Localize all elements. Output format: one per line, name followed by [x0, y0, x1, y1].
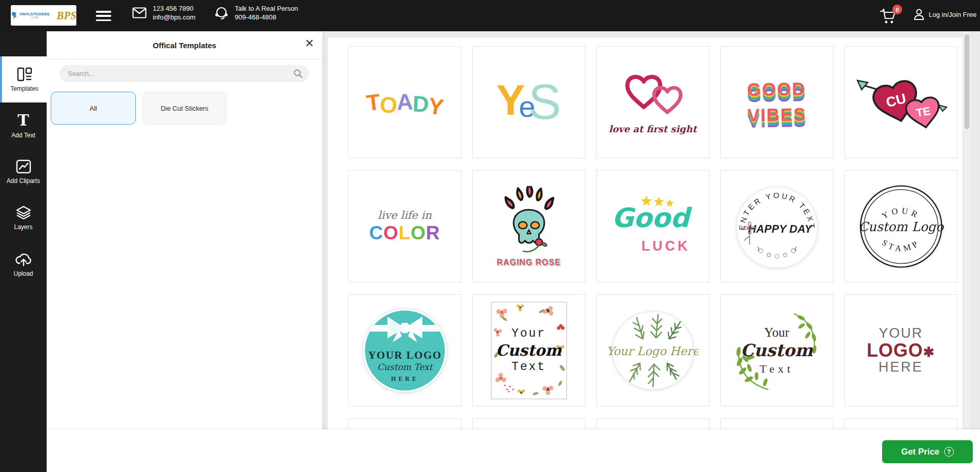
template-card-yes[interactable]: YeS	[472, 46, 585, 158]
filter-tab-all[interactable]: All	[51, 92, 136, 125]
menu-hamburger-icon[interactable]	[96, 11, 111, 21]
cart-button[interactable]: 0	[880, 8, 900, 26]
help-question-icon[interactable]: ?	[944, 447, 954, 457]
template-card-your-logo-ferns[interactable]: Your Logo Here	[596, 294, 709, 406]
love-caption: love at first sight	[609, 124, 697, 134]
bottom-bar: Get Price ?	[47, 429, 980, 472]
login-label: Log in/Join Free	[929, 11, 976, 18]
template-card-partial[interactable]	[348, 418, 461, 429]
template-card-good-vibes[interactable]: GOOD VIBES	[720, 46, 833, 158]
template-card-your-logo-here[interactable]: YOUR LOGO✱ HERE	[844, 294, 957, 406]
cart-count-badge: 0	[892, 5, 902, 14]
vinylstickers-logo: VINYLSTICKERS .COM	[11, 11, 50, 19]
brand-name: VINYLSTICKERS	[19, 12, 50, 16]
support-label: Talk to A Real Person	[235, 5, 298, 12]
good-vibes-art: GOOD VIBES	[747, 79, 807, 125]
svg-text:Custom Logo: Custom Logo	[859, 219, 945, 234]
tool-sidebar: Templates T Add Text Add Cliparts Layers…	[0, 31, 47, 472]
email-contact[interactable]: 123 456 7890 info@bps.com	[132, 5, 195, 21]
raging-rose-caption: RAGING ROSE	[497, 258, 561, 267]
filter-tab-label: All	[90, 105, 97, 112]
sidebar-label: Layers	[14, 223, 32, 231]
template-card-good-luck[interactable]: ★★★ Good LUCK	[596, 170, 709, 282]
your-logo-here-art: YOUR LOGO✱ HERE	[867, 326, 935, 374]
template-card-cute[interactable]: CU TE	[844, 46, 957, 158]
headset-icon	[214, 6, 229, 20]
search-icon[interactable]	[294, 69, 302, 78]
template-card-partial[interactable]	[596, 418, 709, 429]
template-card-laurel-custom-text[interactable]: Your Custom Text	[720, 294, 833, 406]
header-phone: 123 456 7890	[153, 5, 195, 12]
support-contact[interactable]: Talk to A Real Person 909-468-4808	[214, 5, 298, 21]
sidebar-item-layers[interactable]: Layers	[0, 195, 47, 241]
support-phone: 909-468-4808	[235, 13, 298, 21]
sidebar-label: Templates	[10, 85, 38, 92]
search-input[interactable]	[59, 70, 309, 77]
sidebar-label: Add Cliparts	[7, 177, 40, 184]
good-luck-art: ★★★ Good LUCK	[612, 193, 694, 260]
template-search	[59, 65, 309, 82]
template-card-partial[interactable]	[720, 418, 833, 429]
sidebar-label: Upload	[13, 270, 33, 277]
sidebar-item-add-text[interactable]: T Add Text	[0, 102, 47, 149]
color-caption: live life in	[378, 209, 432, 221]
template-card-happy-day[interactable]: ENTER YOUR TEXT HAPPY DAY	[720, 170, 833, 282]
filter-tab-die-cut-stickers[interactable]: Die Cut Stickers	[142, 92, 227, 125]
yes-art: YeS	[496, 78, 561, 127]
template-card-partial[interactable]	[472, 418, 585, 429]
brand-domain: .COM	[30, 16, 39, 19]
sidebar-label: Add Text	[11, 132, 35, 139]
laurel-art: Your Custom Text	[728, 304, 826, 397]
svg-text:Your Logo Here: Your Logo Here	[607, 344, 699, 358]
stamp-art: YOUR Custom Logo STAMP	[855, 181, 947, 272]
template-card-love-at-first-sight[interactable]: love at first sight	[596, 46, 709, 158]
svg-text:HAPPY DAY: HAPPY DAY	[748, 222, 813, 235]
close-icon[interactable]: ✕	[305, 38, 314, 49]
svg-text:HERE: HERE	[391, 375, 418, 382]
sidebar-item-upload[interactable]: Upload	[0, 241, 47, 287]
panel-title: Offical Templates	[153, 41, 216, 50]
brand-logo[interactable]: VINYLSTICKERS .COM BPS	[11, 5, 76, 26]
template-card-floral-custom-text[interactable]: Your Custom Text	[472, 294, 585, 406]
template-card-partial[interactable]	[844, 418, 957, 429]
login-button[interactable]: Log in/Join Free	[913, 8, 976, 20]
layers-icon	[16, 206, 31, 220]
svg-text:Custom Text: Custom Text	[377, 362, 434, 372]
user-icon	[913, 8, 925, 20]
toady-art: TOADY	[366, 90, 443, 115]
templates-panel: Offical Templates ✕ All Die Cut Stickers	[47, 31, 322, 429]
skull-art	[491, 186, 567, 257]
asterisk-mark: ✱	[923, 344, 935, 360]
top-header: VINYLSTICKERS .COM BPS 123 456 7890 info…	[0, 0, 980, 31]
template-card-live-life-in-color[interactable]: live life in COLOR	[348, 170, 461, 282]
envelope-icon	[132, 7, 147, 18]
upload-cloud-icon	[15, 251, 32, 266]
get-price-button[interactable]: Get Price ?	[882, 440, 973, 463]
ribbon-logo-art: YOUR LOGO Custom Text HERE	[359, 304, 451, 397]
template-grid-area: TOADY YeS love at first sight GOOD VIBES	[322, 31, 980, 429]
svg-text:TE: TE	[915, 104, 931, 119]
bps-logo-text: BPS	[57, 9, 77, 22]
template-card-your-logo-ribbon[interactable]: YOUR LOGO Custom Text HERE	[348, 294, 461, 406]
sticker-logo-icon	[11, 11, 18, 19]
template-grid: TOADY YeS love at first sight GOOD VIBES	[328, 37, 963, 429]
template-card-toady[interactable]: TOADY	[348, 46, 461, 158]
sidebar-item-templates[interactable]: Templates	[0, 56, 47, 102]
cliparts-icon	[16, 159, 31, 174]
get-price-label: Get Price	[901, 447, 940, 457]
grid-scrollbar-track[interactable]	[964, 31, 970, 429]
hearts-art	[612, 70, 694, 121]
grid-scrollbar-thumb[interactable]	[965, 34, 969, 129]
add-text-icon: T	[17, 113, 29, 128]
sidebar-item-add-cliparts[interactable]: Add Cliparts	[0, 149, 47, 195]
svg-text:YOUR LOGO: YOUR LOGO	[368, 349, 442, 361]
templates-icon	[17, 67, 32, 81]
ferns-art: Your Logo Here	[607, 306, 699, 395]
happy-day-art: ENTER YOUR TEXT HAPPY DAY	[731, 181, 823, 272]
filter-tab-label: Die Cut Stickers	[160, 105, 208, 112]
header-email: info@bps.com	[153, 13, 195, 21]
cute-hearts-art: CU TE	[852, 64, 950, 141]
template-card-custom-logo-stamp[interactable]: YOUR Custom Logo STAMP	[844, 170, 957, 282]
color-art: COLOR	[369, 222, 440, 244]
template-card-raging-rose[interactable]: RAGING ROSE	[472, 170, 585, 282]
